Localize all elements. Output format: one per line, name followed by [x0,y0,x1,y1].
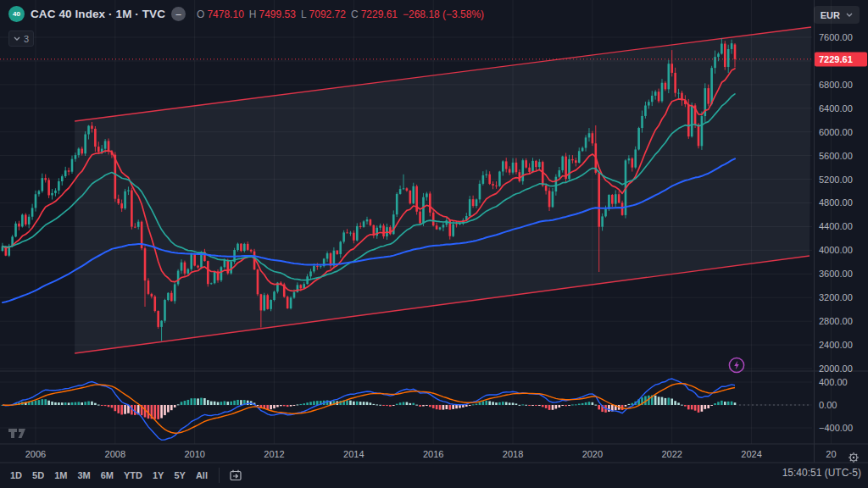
candle[interactable] [28,217,31,225]
candle[interactable] [439,227,442,229]
candle[interactable] [25,214,27,224]
candle[interactable] [561,157,564,170]
range-6m[interactable]: 6M [96,467,119,484]
candle[interactable] [263,295,265,310]
candle[interactable] [147,280,150,294]
candle[interactable] [621,202,624,215]
candle[interactable] [78,149,81,156]
candle[interactable] [353,233,355,241]
candle[interactable] [654,92,657,96]
candle[interactable] [707,88,709,104]
candle[interactable] [193,254,196,266]
candle[interactable] [538,162,541,167]
candle[interactable] [670,64,673,73]
candle[interactable] [181,263,183,271]
candle[interactable] [727,49,730,67]
candle[interactable] [658,92,660,101]
candle[interactable] [184,263,186,274]
candle[interactable] [266,295,269,309]
candle[interactable] [75,155,77,159]
candle[interactable] [379,225,381,227]
candle[interactable] [498,171,501,186]
candle[interactable] [479,184,481,199]
candle[interactable] [18,224,20,227]
candle[interactable] [177,271,180,285]
candle[interactable] [545,186,548,191]
candle[interactable] [153,297,156,311]
candle[interactable] [588,133,591,137]
candle[interactable] [160,321,163,327]
candle[interactable] [339,241,342,254]
candle[interactable] [399,189,402,194]
candle[interactable] [97,147,100,152]
candle[interactable] [637,128,640,149]
candle[interactable] [455,225,458,225]
candle[interactable] [641,116,643,128]
candle[interactable] [492,184,494,186]
candle[interactable] [668,64,670,89]
candle[interactable] [333,251,336,266]
candle[interactable] [137,222,140,227]
candle[interactable] [290,297,292,308]
candle[interactable] [701,116,704,146]
candle[interactable] [167,293,170,300]
goto-date-button[interactable] [225,467,246,484]
candle[interactable] [691,105,693,136]
candle[interactable] [31,208,34,216]
candle[interactable] [571,159,574,160]
candle[interactable] [555,177,558,191]
candle[interactable] [598,173,600,227]
candle[interactable] [174,284,176,301]
candle[interactable] [309,271,312,276]
candle[interactable] [677,93,680,94]
candle[interactable] [313,266,315,271]
candle[interactable] [525,160,527,168]
candle[interactable] [592,133,594,143]
candle[interactable] [117,199,120,203]
candle[interactable] [127,191,130,191]
candle[interactable] [366,219,369,221]
candle[interactable] [721,44,723,54]
candle[interactable] [665,83,667,90]
candle[interactable] [731,43,733,49]
candle[interactable] [58,181,60,191]
range-5d[interactable]: 5D [27,467,49,484]
candle[interactable] [509,169,511,172]
candle[interactable] [382,225,385,236]
candle[interactable] [108,141,110,151]
range-3m[interactable]: 3M [72,467,95,484]
candle[interactable] [436,225,438,229]
candle[interactable] [51,193,53,196]
axis-settings-button[interactable] [844,450,863,465]
candle[interactable] [61,176,64,181]
candle[interactable] [370,219,372,225]
candle[interactable] [64,170,67,176]
candle[interactable] [151,294,153,297]
candle[interactable] [512,163,515,173]
candle[interactable] [528,168,531,172]
candle[interactable] [81,149,83,154]
candle[interactable] [488,175,491,184]
candle[interactable] [601,216,604,226]
candle[interactable] [287,297,289,308]
candle[interactable] [568,159,570,179]
candle[interactable] [104,141,107,148]
candle[interactable] [144,248,147,280]
candle[interactable] [644,106,647,116]
candle[interactable] [406,188,409,191]
candle[interactable] [187,269,190,274]
candle[interactable] [243,244,246,251]
candle[interactable] [337,251,339,254]
candle[interactable] [14,224,17,237]
candle[interactable] [94,129,97,147]
candle[interactable] [575,160,577,163]
candle[interactable] [300,285,303,288]
candle[interactable] [164,300,166,321]
candle[interactable] [687,104,690,136]
candle[interactable] [419,212,421,224]
candle[interactable] [197,266,199,268]
candle[interactable] [157,311,159,327]
candle[interactable] [717,53,720,57]
candle[interactable] [250,250,253,252]
candle[interactable] [240,244,242,251]
